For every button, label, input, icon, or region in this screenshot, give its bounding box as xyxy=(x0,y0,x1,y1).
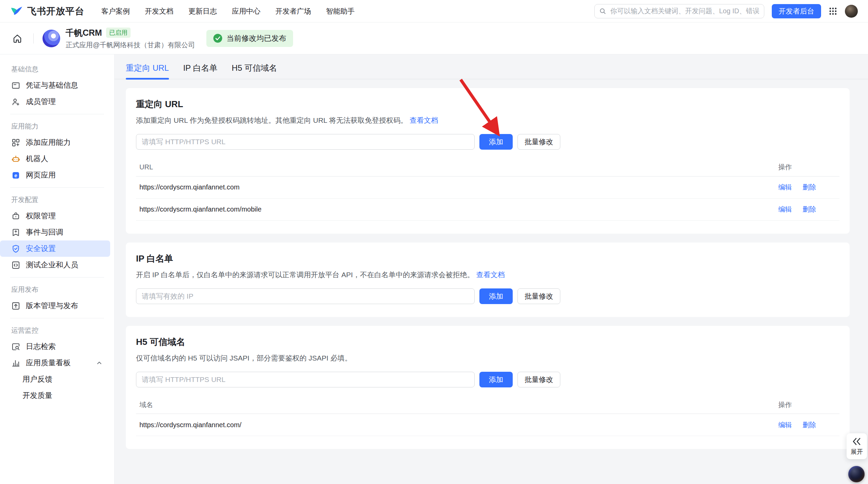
ip-input[interactable] xyxy=(136,288,475,304)
h5-domain-value: https://cordyscrm.qianfannet.com/ xyxy=(136,414,775,436)
success-check-icon xyxy=(213,34,222,43)
redirect-url-table: URL 操作 https://cordyscrm.qianfannet.com … xyxy=(136,158,839,221)
menu-dev-docs[interactable]: 开发文档 xyxy=(145,6,173,16)
sidebar-item-log-search[interactable]: 日志检索 xyxy=(0,338,110,355)
bar-chart-icon xyxy=(11,358,20,368)
user-avatar[interactable] xyxy=(845,5,858,18)
redirect-description-text: 添加重定向 URL 作为免登授权码跳转地址。其他重定向 URL 将无法获取免登授… xyxy=(136,116,408,124)
h5-domain-input[interactable] xyxy=(136,372,475,387)
sidebar-item-user-feedback[interactable]: 用户反馈 xyxy=(0,371,114,387)
assistant-orb-button[interactable] xyxy=(848,466,865,482)
member-add-icon xyxy=(11,97,20,106)
publish-status-text: 当前修改均已发布 xyxy=(226,33,286,44)
h5-batch-edit-button[interactable]: 批量修改 xyxy=(517,372,560,387)
top-navbar: 飞书开放平台 客户案例 开发文档 更新日志 应用中心 开发者广场 智能助手 开发… xyxy=(0,0,868,22)
sidebar-item-security-settings[interactable]: 安全设置 xyxy=(0,240,110,257)
tab-ip-whitelist[interactable]: IP 白名单 xyxy=(183,63,218,79)
sidebar-item-version-release[interactable]: 版本管理与发布 xyxy=(0,298,110,314)
ip-batch-edit-button[interactable]: 批量修改 xyxy=(517,288,560,304)
ip-card-title: IP 白名单 xyxy=(136,253,839,265)
redirect-card-title: 重定向 URL xyxy=(136,98,839,110)
menu-ai-assistant[interactable]: 智能助手 xyxy=(326,6,355,16)
sidebar-item-quality-dashboard[interactable]: 应用质量看板 xyxy=(0,355,110,371)
header-divider xyxy=(33,33,34,44)
search-input[interactable] xyxy=(594,4,764,18)
section-label-ops-monitor: 运营监控 xyxy=(0,322,114,338)
section-label-dev-config: 开发配置 xyxy=(0,192,114,208)
web-app-icon: e xyxy=(11,171,20,180)
ip-doc-link[interactable]: 查看文档 xyxy=(476,271,505,279)
app-name: 千帆CRM xyxy=(66,27,102,38)
sidebar-item-add-capability[interactable]: 添加应用能力 xyxy=(0,134,110,151)
redirect-add-button[interactable]: 添加 xyxy=(479,134,513,150)
feishu-logo[interactable]: 飞书开放平台 xyxy=(10,5,84,18)
menu-customer-cases[interactable]: 客户案例 xyxy=(101,6,130,16)
sidebar-item-permissions[interactable]: 权限管理 xyxy=(0,208,110,224)
svg-text:e: e xyxy=(14,172,17,178)
edit-link[interactable]: 编辑 xyxy=(778,421,792,429)
h5-table-domain-header: 域名 xyxy=(136,396,775,414)
menu-app-center[interactable]: 应用中心 xyxy=(232,6,260,16)
sidebar-item-label: 成员管理 xyxy=(26,97,56,107)
ip-whitelist-card: IP 白名单 开启 IP 白名单后，仅白名单中的来源请求可以正常调用开放平台 A… xyxy=(126,243,850,317)
h5-domain-table: 域名 操作 https://cordyscrm.qianfannet.com/ … xyxy=(136,396,839,436)
redirect-url-input[interactable] xyxy=(136,134,475,150)
app-logo xyxy=(42,30,60,47)
redirect-card-description: 添加重定向 URL 作为免登授权码跳转地址。其他重定向 URL 将无法获取免登授… xyxy=(136,116,839,125)
table-row: https://cordyscrm.qianfannet.com/mobile … xyxy=(136,198,839,220)
h5-description-text: 仅可信域名内的 H5 可以访问 JSAPI，部分需要鉴权的 JSAPI 必填。 xyxy=(136,354,352,362)
table-row: https://cordyscrm.qianfannet.com/ 编辑 删除 xyxy=(136,414,839,436)
chevron-up-icon[interactable] xyxy=(96,360,103,366)
delete-link[interactable]: 删除 xyxy=(803,421,816,429)
permission-lock-icon xyxy=(11,212,20,221)
ip-card-description: 开启 IP 白名单后，仅白名单中的来源请求可以正常调用开放平台 API，不在白名… xyxy=(136,270,839,280)
ip-add-button[interactable]: 添加 xyxy=(479,288,513,304)
shield-check-icon xyxy=(11,244,20,253)
tab-redirect-url[interactable]: 重定向 URL xyxy=(126,63,169,79)
sidebar-item-dev-quality[interactable]: 开发质量 xyxy=(0,387,114,404)
sidebar-item-member-management[interactable]: 成员管理 xyxy=(0,94,110,110)
edit-link[interactable]: 编辑 xyxy=(778,183,792,191)
expand-panel-button[interactable]: 展开 xyxy=(847,433,867,459)
sidebar-item-bot[interactable]: 机器人 xyxy=(0,151,110,167)
sidebar: 基础信息 凭证与基础信息 成员管理 应用能力 xyxy=(0,54,115,484)
sidebar-item-label: 机器人 xyxy=(26,154,48,164)
redirect-doc-link[interactable]: 查看文档 xyxy=(410,116,438,124)
sidebar-item-web-app[interactable]: e 网页应用 xyxy=(0,167,110,183)
section-label-capabilities: 应用能力 xyxy=(0,118,114,134)
sidebar-item-label: 安全设置 xyxy=(26,244,56,254)
edit-link[interactable]: 编辑 xyxy=(778,205,792,213)
main-content: 重定向 URL IP 白名单 H5 可信域名 重定向 URL 添加重定向 URL… xyxy=(115,54,868,484)
redirect-table-actions-header: 操作 xyxy=(775,158,839,176)
h5-add-button[interactable]: 添加 xyxy=(479,372,513,387)
sidebar-item-label: 测试企业和人员 xyxy=(26,260,78,270)
tab-h5-trusted-domain[interactable]: H5 可信域名 xyxy=(232,63,277,79)
code-square-icon xyxy=(11,261,20,270)
sidebar-item-label: 应用质量看板 xyxy=(26,358,71,368)
event-bookmark-icon xyxy=(11,228,20,237)
sidebar-divider xyxy=(10,114,104,114)
app-header: 千帆CRM 已启用 正式应用@千帆网络科技（甘肃）有限公司 当前修改均已发布 xyxy=(0,22,868,54)
tab-bar: 重定向 URL IP 白名单 H5 可信域名 xyxy=(115,54,868,79)
sidebar-item-credentials[interactable]: 凭证与基础信息 xyxy=(0,77,110,94)
credential-card-icon xyxy=(11,81,20,90)
menu-changelog[interactable]: 更新日志 xyxy=(188,6,217,16)
sidebar-item-label: 事件与回调 xyxy=(26,227,63,237)
apps-grid-icon[interactable] xyxy=(829,7,837,16)
home-icon[interactable] xyxy=(10,31,24,46)
sidebar-item-events-callbacks[interactable]: 事件与回调 xyxy=(0,224,110,240)
sidebar-item-label: 添加应用能力 xyxy=(26,137,71,148)
delete-link[interactable]: 删除 xyxy=(803,183,816,191)
robot-icon xyxy=(11,154,20,164)
ip-description-text: 开启 IP 白名单后，仅白名单中的来源请求可以正常调用开放平台 API，不在白名… xyxy=(136,271,474,279)
menu-developer-plaza[interactable]: 开发者广场 xyxy=(275,6,311,16)
redirect-batch-edit-button[interactable]: 批量修改 xyxy=(517,134,560,150)
sidebar-item-label: 凭证与基础信息 xyxy=(26,80,78,90)
redirect-url-value: https://cordyscrm.qianfannet.com/mobile xyxy=(136,198,775,220)
sidebar-item-label: 权限管理 xyxy=(26,211,56,221)
sidebar-divider xyxy=(10,277,104,278)
section-label-app-release: 应用发布 xyxy=(0,282,114,298)
delete-link[interactable]: 删除 xyxy=(803,205,816,213)
developer-console-button[interactable]: 开发者后台 xyxy=(772,4,821,18)
sidebar-item-test-company[interactable]: 测试企业和人员 xyxy=(0,257,110,273)
